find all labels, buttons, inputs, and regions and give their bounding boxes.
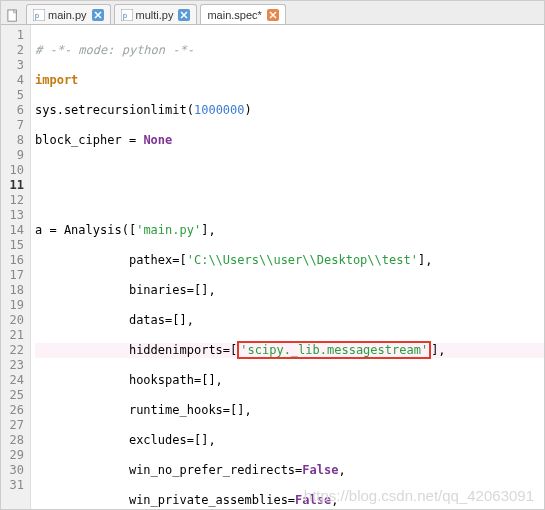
highlighted-box: 'scipy._lib.messagestream'	[237, 341, 431, 359]
tab-main-spec[interactable]: main.spec*	[200, 4, 285, 24]
code-keyword: import	[35, 73, 78, 87]
tab-label: main.py	[48, 9, 87, 21]
highlighted-line: hiddenimports=['scipy._lib.messagestream…	[35, 343, 544, 358]
new-file-icon[interactable]	[6, 9, 21, 24]
svg-text:p: p	[123, 12, 127, 20]
python-file-icon: p	[121, 9, 133, 21]
tab-label: main.spec*	[207, 9, 261, 21]
close-icon[interactable]	[178, 9, 190, 21]
code-editor[interactable]: 1234567891011121314151617181920212223242…	[1, 25, 544, 509]
code-comment: # -*- mode: python -*-	[35, 43, 194, 57]
python-file-icon: p	[33, 9, 45, 21]
close-icon[interactable]	[92, 9, 104, 21]
tab-label: multi.py	[136, 9, 174, 21]
tab-main-py[interactable]: p main.py	[26, 4, 111, 24]
code-area[interactable]: # -*- mode: python -*- import sys.setrec…	[31, 25, 544, 509]
close-icon[interactable]	[267, 9, 279, 21]
tab-multi-py[interactable]: p multi.py	[114, 4, 198, 24]
tab-bar: p main.py p multi.py main.spec*	[1, 1, 544, 25]
svg-text:p: p	[35, 12, 39, 20]
line-number-gutter: 1234567891011121314151617181920212223242…	[1, 25, 31, 509]
